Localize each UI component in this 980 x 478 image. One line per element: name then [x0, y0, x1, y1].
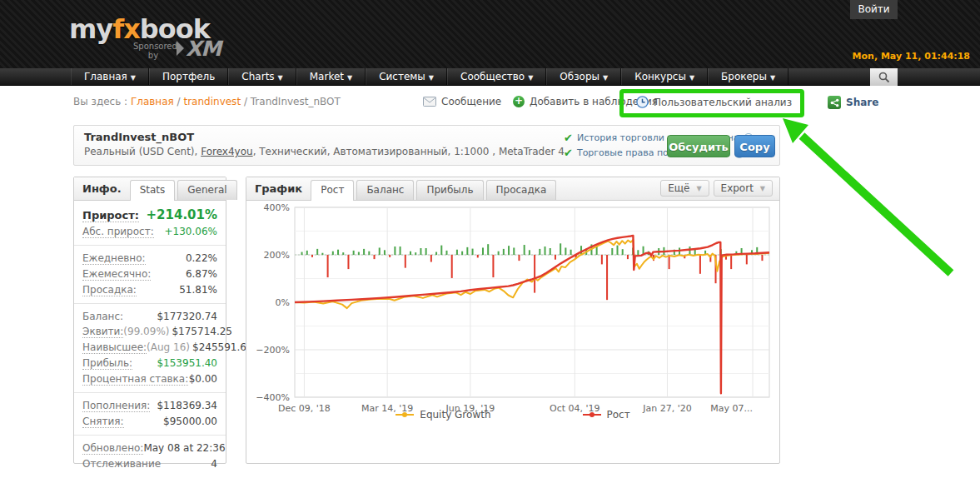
main-navbar: Главная▼ Портфель Charts▼ Market▼ Систем… — [0, 68, 980, 86]
breadcrumb-home-link[interactable]: Главная — [131, 96, 174, 107]
page: myfxbook Sponsored by XM Войти Mon, May … — [0, 0, 980, 478]
tab-general[interactable]: General — [177, 180, 236, 200]
breadcrumb: Вы здесь : Главная / trandinvest / Trand… — [73, 96, 341, 107]
stat-withdrawals: Снятия:$95000.00 — [82, 414, 217, 430]
chart-canvas: Dec 09, '18Mar 14, '19Jun 19, '19Oct 04,… — [246, 201, 779, 464]
info-panel-header: Инфо. Stats General — [74, 177, 226, 201]
stat-profit: Прибыль:$153951.40 — [82, 356, 217, 371]
sponsored-by-label: Sponsored by — [133, 42, 173, 60]
stat-equity: Эквити:(99.09%)$175714.25 — [82, 324, 217, 340]
plus-icon: + — [513, 96, 525, 107]
chevron-down-icon: ▼ — [603, 74, 608, 82]
nav-systems[interactable]: Системы▼ — [366, 68, 447, 85]
chevron-down-icon: ▼ — [760, 185, 765, 192]
nav-reviews[interactable]: Обзоры▼ — [546, 68, 621, 85]
legend-marker — [395, 414, 414, 416]
info-panel-title: Инфо. — [82, 182, 122, 195]
stat-daily: Ежедневно:0.22% — [82, 251, 217, 266]
chevron-down-icon: ▼ — [696, 185, 701, 192]
clock-icon — [636, 96, 649, 108]
legend-growth[interactable]: Рост — [583, 409, 630, 421]
chart-panel-title: График — [255, 182, 302, 195]
broker-link[interactable]: Forex4you — [201, 146, 252, 157]
account-subtitle: Реальный (USD Cent), Forex4you, Техничес… — [84, 146, 565, 157]
chart-panel-header: График Рост Баланс Прибыль Просадка Ещё▼… — [246, 177, 779, 201]
svg-text:0%: 0% — [276, 297, 290, 308]
svg-text:−200%: −200% — [256, 345, 290, 356]
stat-monthly: Ежемесячно:6.87% — [82, 266, 217, 282]
chevron-down-icon: ▼ — [770, 74, 775, 82]
chevron-down-icon: ▼ — [347, 74, 352, 82]
growth-chart[interactable]: Dec 09, '18Mar 14, '19Jun 19, '19Oct 04,… — [246, 201, 779, 464]
breadcrumb-prefix: Вы здесь : — [73, 96, 127, 107]
login-button[interactable]: Войти — [850, 0, 898, 19]
chevron-down-icon: ▼ — [429, 74, 434, 82]
breadcrumb-current: TrandInvest_nBOT — [251, 96, 341, 107]
nav-spacer — [0, 68, 71, 85]
stat-tracking: Отслеживание4 — [82, 456, 217, 471]
breadcrumb-user-link[interactable]: trandinvest — [183, 96, 241, 107]
tab-balance[interactable]: Баланс — [356, 180, 414, 200]
custom-analysis-action[interactable]: Пользовательский анализ — [636, 96, 792, 108]
stat-interest: Процентная ставка:$0.00 — [82, 371, 217, 387]
chevron-down-icon: ▼ — [278, 74, 283, 82]
stat-balance: Баланс:$177320.74 — [82, 309, 217, 324]
check-icon: ✔ — [564, 131, 573, 146]
stat-drawdown: Просадка:51.81% — [82, 282, 217, 298]
legend-marker — [583, 414, 601, 416]
message-action[interactable]: Сообщение — [423, 96, 501, 107]
tab-drawdown[interactable]: Просадка — [486, 180, 557, 200]
server-datetime: Mon, May 11, 01:44:18 — [853, 51, 970, 62]
more-dropdown[interactable]: Ещё▼ — [660, 180, 709, 197]
nav-charts[interactable]: Charts▼ — [228, 68, 296, 85]
tab-stats[interactable]: Stats — [130, 180, 176, 201]
stat-deposits: Пополнения:$118369.34 — [82, 398, 217, 414]
chevron-down-icon: ▼ — [131, 74, 136, 82]
top-header: myfxbook Sponsored by XM Войти Mon, May … — [0, 0, 980, 68]
svg-text:200%: 200% — [264, 250, 290, 261]
copy-button[interactable]: Copy — [734, 135, 775, 157]
nav-home[interactable]: Главная▼ — [71, 68, 149, 85]
info-panel-body: Прирост:+214.01% Абс. прирост:+130.06% Е… — [74, 201, 226, 476]
stat-updated: Обновлено:May 08 at 22:36 — [82, 441, 217, 456]
envelope-icon — [423, 97, 436, 107]
chart-legend: Equity Growth Рост — [246, 409, 779, 421]
account-header-card: TrandInvest_nBOT Реальный (USD Cent), Fo… — [73, 125, 780, 166]
share-icon — [828, 96, 841, 109]
nav-brokers[interactable]: Брокеры▼ — [708, 68, 788, 85]
chevron-down-icon: ▼ — [528, 74, 533, 82]
stat-gain: Прирост:+214.01% — [82, 206, 217, 224]
stat-abs-gain: Абс. прирост:+130.06% — [82, 224, 217, 240]
search-button[interactable] — [870, 68, 898, 86]
tab-growth[interactable]: Рост — [311, 180, 354, 201]
svg-text:−400%: −400% — [256, 392, 290, 403]
check-icon: ✔ — [564, 146, 573, 161]
export-dropdown[interactable]: Export▼ — [714, 180, 773, 197]
svg-text:400%: 400% — [264, 202, 290, 213]
xm-sponsor-logo[interactable]: XM — [177, 37, 221, 61]
chevron-down-icon: ▼ — [689, 74, 694, 82]
nav-community[interactable]: Сообщество▼ — [447, 68, 546, 85]
stat-highest: Наивысшее:(Aug 16)$245591.60 — [82, 340, 217, 356]
nav-contests[interactable]: Конкурсы▼ — [621, 68, 708, 85]
search-icon — [878, 72, 890, 83]
tab-profit[interactable]: Прибыль — [416, 180, 483, 200]
nav-portfolio[interactable]: Портфель — [149, 68, 228, 85]
discuss-button[interactable]: Обсудить — [667, 135, 730, 157]
share-action[interactable]: Share — [828, 96, 878, 109]
legend-equity-growth[interactable]: Equity Growth — [395, 409, 490, 421]
chart-panel: График Рост Баланс Прибыль Просадка Ещё▼… — [246, 177, 780, 464]
nav-market[interactable]: Market▼ — [296, 68, 366, 85]
account-name: TrandInvest_nBOT — [84, 131, 194, 143]
info-panel: Инфо. Stats General Прирост:+214.01% Абс… — [73, 177, 226, 464]
